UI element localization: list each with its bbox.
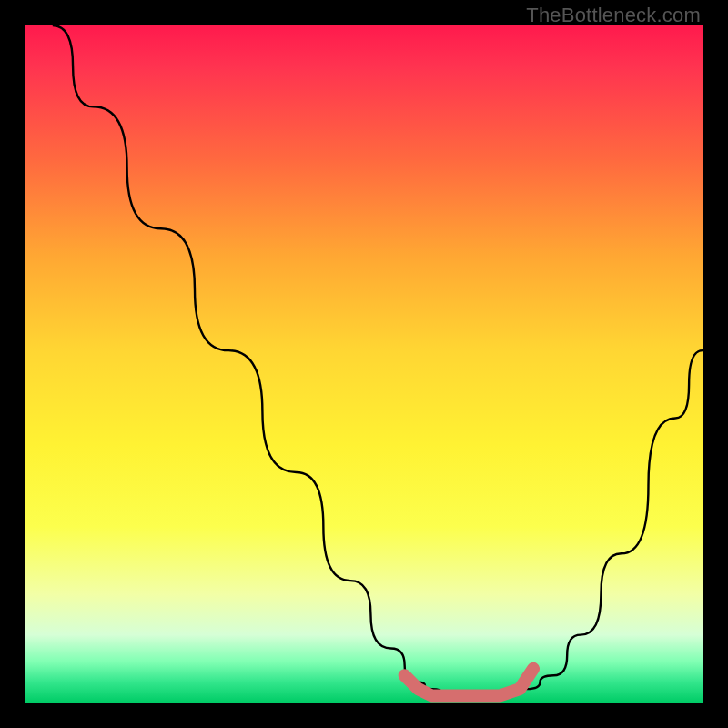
bottleneck-curve-svg bbox=[25, 25, 703, 703]
bottleneck-curve-path bbox=[53, 25, 703, 696]
chart-frame: TheBottleneck.com bbox=[0, 0, 728, 728]
watermark-text: TheBottleneck.com bbox=[526, 4, 701, 27]
plot-area bbox=[25, 25, 703, 703]
